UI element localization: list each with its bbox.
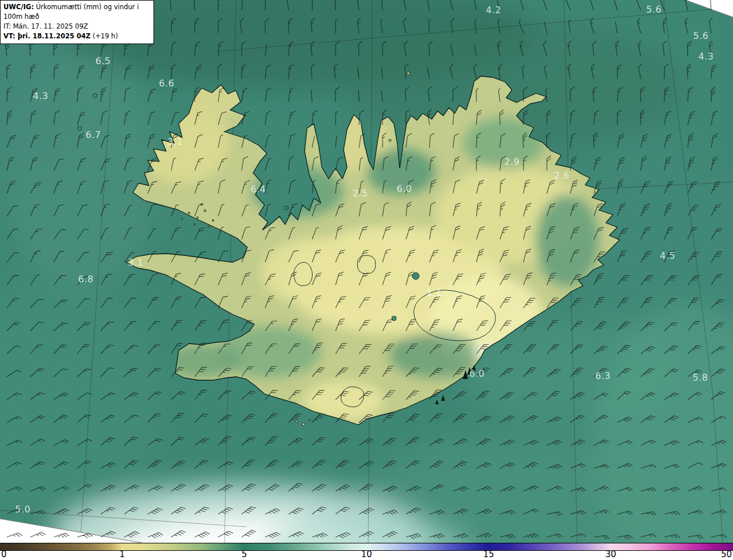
colorbar-tick-label: 15	[483, 550, 494, 559]
colorbar-tick-label: 30	[605, 550, 616, 559]
init-time-line: IT: Mán. 17. 11. 2025 09Z	[3, 22, 150, 31]
title-box: UWC/IG: Úrkomumætti (mm) og vindur i 100…	[0, 0, 154, 44]
colorbar-tick-label: 1	[120, 550, 125, 559]
colorbar-tick-label: 10	[361, 550, 372, 559]
product-title-line: UWC/IG: Úrkomumætti (mm) og vindur i 100…	[3, 2, 150, 22]
valid-time-line: VT: þri. 18.11.2025 04Z (+19 h)	[3, 31, 150, 41]
colorbar-tick-label: 5	[242, 550, 247, 559]
valid-time: VT: þri. 18.11.2025 04Z	[3, 32, 90, 40]
weather-map	[0, 0, 733, 543]
colorbar-tick-label: 0	[1, 550, 7, 559]
valid-time-offset: (+19 h)	[93, 32, 118, 40]
colorbar: 01510153050	[0, 543, 733, 560]
product-label: UWC/IG:	[3, 3, 34, 11]
colorbar-tick-label: 50	[721, 550, 732, 559]
weather-map-page: 4.25.65.64.36.56.64.36.73.12.92.66.06.42…	[0, 0, 733, 560]
